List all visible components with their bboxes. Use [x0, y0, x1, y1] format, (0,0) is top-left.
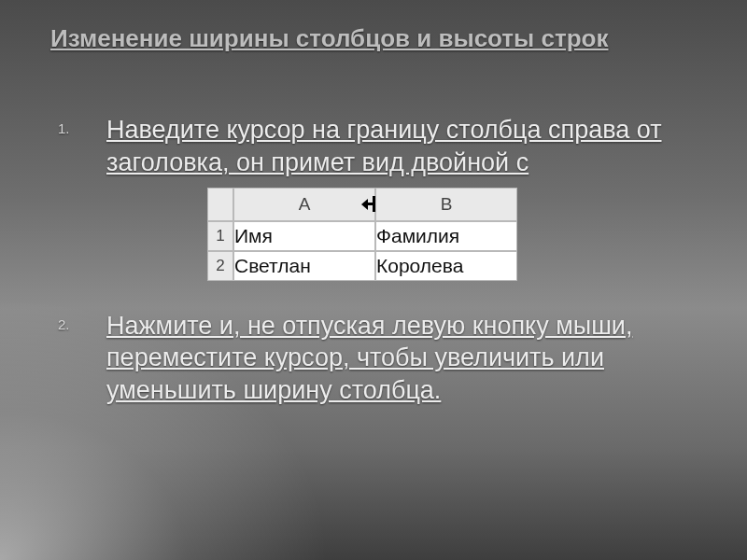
cell-a1: Имя — [233, 221, 375, 251]
excel-screenshot: A B 1 Имя Фамилия — [207, 188, 702, 289]
row-header-2: 2 — [207, 251, 233, 281]
instruction-list: Наведите курсор на границу столбца справ… — [50, 114, 702, 425]
column-header-b: B — [375, 188, 517, 221]
table-row: 1 Имя Фамилия — [207, 221, 517, 251]
cell-b2: Королева — [375, 251, 517, 281]
excel-grid: A B 1 Имя Фамилия — [207, 188, 517, 281]
column-b-label: B — [441, 194, 453, 214]
slide-title: Изменение ширины столбцов и высоты строк — [50, 24, 697, 53]
step-2-text: Нажмите и, не отпуская левую кнопку мыши… — [106, 312, 632, 404]
column-header-a: A — [233, 188, 375, 221]
cell-b1: Фамилия — [375, 221, 517, 251]
step-1: Наведите курсор на границу столбца справ… — [50, 114, 702, 289]
cell-a2: Светлан — [233, 251, 375, 281]
step-2: Нажмите и, не отпуская левую кнопку мыши… — [50, 310, 702, 407]
select-all-corner — [207, 188, 233, 221]
table-row: 2 Светлан Королева — [207, 251, 517, 281]
slide: Изменение ширины столбцов и высоты строк… — [0, 0, 747, 560]
column-a-label: A — [299, 194, 311, 214]
row-header-1: 1 — [207, 221, 233, 251]
step-1-text: Наведите курсор на границу столбца справ… — [106, 116, 662, 176]
